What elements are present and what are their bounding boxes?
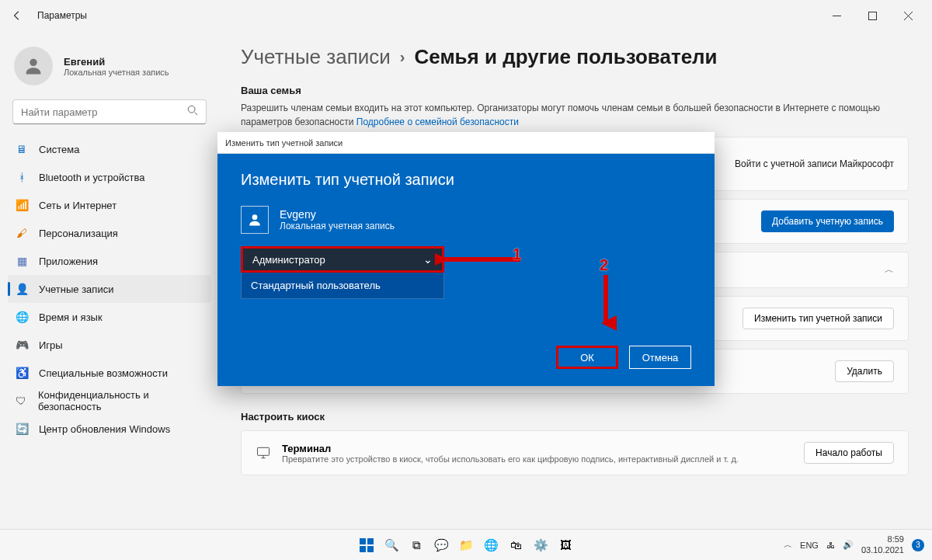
dialog-user-sub: Локальная учетная запись [280,221,395,231]
option-standard[interactable]: Стандартный пользователь [241,273,444,299]
gamepad-icon: 🎮 [16,339,28,351]
ms-signin-link[interactable]: Войти с учетной записи Майкрософт [735,158,894,169]
svg-point-2 [188,106,195,113]
svg-rect-9 [360,546,366,552]
start-button[interactable] [356,535,377,555]
arrow-left-icon [12,10,23,21]
search-box[interactable] [12,99,207,124]
person-icon [23,55,44,77]
grid-icon: ▦ [16,255,28,267]
nav-label: Учетные записи [39,283,113,295]
dialog-user-row: Evgeny Локальная учетная запись [241,206,691,234]
nav-accessibility[interactable]: ♿Специальные возможности [8,359,211,387]
user-block[interactable]: Евгений Локальная учетная запись [8,37,211,96]
nav-accounts[interactable]: 👤Учетные записи [8,275,211,303]
person-icon: 👤 [16,283,28,295]
wifi-icon: 📶 [16,199,28,211]
family-safety-link[interactable]: Подробнее о семейной безопасности [356,117,519,127]
titlebar: Параметры [0,0,932,31]
dialog-user-name: Evgeny [280,208,395,221]
annotation-label-2: 2 [600,256,608,274]
option-administrator[interactable]: Администратор [241,246,444,273]
taskbar-store[interactable]: 🛍 [506,535,526,555]
update-icon: 🔄 [16,423,28,435]
taskbar-explorer[interactable]: 📁 [456,535,476,555]
nav-personalization[interactable]: 🖌Персонализация [8,219,211,247]
maximize-button[interactable] [854,3,890,28]
bluetooth-icon: ᚼ [16,171,28,183]
family-heading: Ваша семья [241,85,909,96]
window-title: Параметры [37,10,87,21]
kiosk-title: Терминал [282,443,739,454]
annotation-arrow-2 [595,270,617,331]
nav-label: Приложения [39,256,98,267]
nav-system[interactable]: 🖥Система [8,135,211,163]
taskbar-app[interactable]: 🖼 [555,535,576,555]
nav-label: Игры [39,339,63,351]
user-name: Евгений [64,56,169,68]
tray-volume-icon[interactable]: 🔊 [843,540,854,550]
close-icon [904,12,913,20]
tray-chevron[interactable]: ︿ [784,539,792,551]
taskbar-settings[interactable]: ⚙️ [530,535,551,555]
tray-language[interactable]: ENG [800,541,819,550]
nav-label: Сеть и Интернет [39,200,116,211]
taskbar-taskview[interactable]: ⧉ [406,535,426,555]
svg-point-4 [252,214,258,220]
add-account-button[interactable]: Добавить учетную запись [761,210,894,232]
kiosk-card: Терминал Превратите это устройство в кио… [241,430,909,475]
account-type-dropdown[interactable]: Администратор Стандартный пользователь [241,246,444,299]
user-subtitle: Локальная учетная запись [64,68,169,77]
breadcrumb-parent[interactable]: Учетные записи [241,45,391,69]
breadcrumb: Учетные записи › Семья и другие пользова… [241,45,909,69]
kiosk-heading: Настроить киоск [241,411,909,423]
close-button[interactable] [890,3,926,28]
ok-button[interactable]: ОК [556,346,618,369]
nav-windows-update[interactable]: 🔄Центр обновления Windows [8,415,211,443]
nav-bluetooth[interactable]: ᚼBluetooth и устройства [8,163,211,191]
maximize-icon [868,12,877,20]
search-input[interactable] [21,106,187,118]
nav-apps[interactable]: ▦Приложения [8,247,211,275]
person-icon [247,212,263,228]
notification-badge[interactable]: 3 [912,539,924,551]
chevron-up-icon: ︿ [885,263,894,277]
taskbar: 🔍 ⧉ 💬 📁 🌐 🛍 ⚙️ 🖼 ︿ ENG 🖧 🔊 8:59 03.10.20… [0,529,932,560]
back-button[interactable] [6,5,28,26]
nav-label: Bluetooth и устройства [39,172,144,183]
chevron-right-icon: › [400,48,405,66]
svg-rect-0 [868,12,876,19]
shield-icon: 🛡 [16,395,27,407]
dialog-user-avatar [241,206,269,234]
tray-clock[interactable]: 8:59 03.10.2021 [861,534,904,555]
nav-label: Время и язык [39,311,103,323]
svg-rect-8 [367,538,374,544]
nav-label: Система [39,144,79,155]
delete-account-button[interactable]: Удалить [835,360,894,382]
nav-time-language[interactable]: 🌐Время и язык [8,303,211,331]
svg-point-1 [30,59,37,66]
taskbar-search[interactable]: 🔍 [381,535,402,555]
svg-rect-7 [360,538,366,544]
taskbar-edge[interactable]: 🌐 [481,535,501,555]
brush-icon: 🖌 [16,227,28,239]
change-account-type-button[interactable]: Изменить тип учетной записи [742,308,894,329]
user-avatar [14,47,53,85]
nav-gaming[interactable]: 🎮Игры [8,331,211,359]
family-text: Разрешить членам семьи входить на этот к… [241,101,909,129]
kiosk-desc: Превратите это устройство в киоск, чтобы… [282,454,739,464]
minimize-button[interactable] [819,3,854,28]
minimize-icon [833,12,841,20]
accessibility-icon: ♿ [16,367,28,379]
breadcrumb-current: Семья и другие пользователи [414,45,717,69]
svg-rect-3 [258,447,270,455]
kiosk-start-button[interactable]: Начало работы [804,442,894,464]
nav-label: Центр обновления Windows [39,423,170,435]
tray-network-icon[interactable]: 🖧 [826,541,835,550]
nav-label: Персонализация [39,228,118,239]
taskbar-widgets[interactable]: 💬 [431,535,451,555]
nav-privacy[interactable]: 🛡Конфиденциальность и безопасность [8,387,211,415]
cancel-button[interactable]: Отмена [629,346,691,369]
taskbar-center: 🔍 ⧉ 💬 📁 🌐 🛍 ⚙️ 🖼 [356,535,576,555]
nav-network[interactable]: 📶Сеть и Интернет [8,191,211,219]
